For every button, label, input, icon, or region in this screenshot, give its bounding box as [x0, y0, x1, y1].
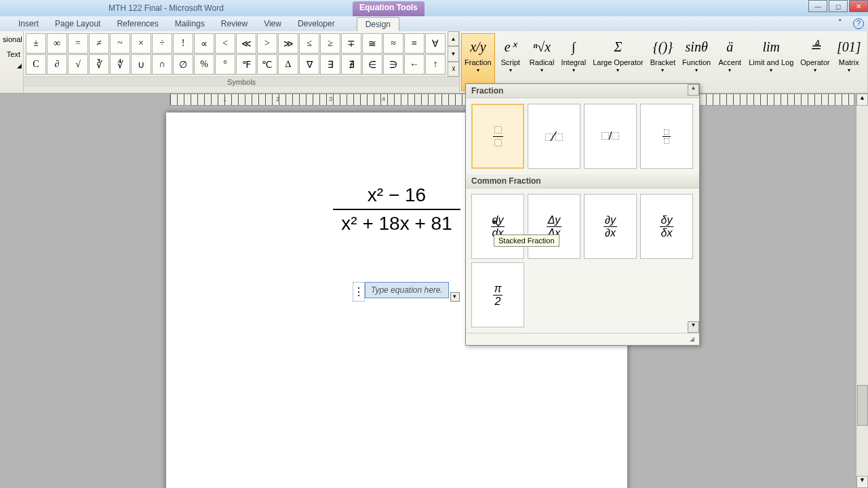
- common-fraction-item[interactable]: ΔyΔx: [528, 194, 580, 259]
- symbol-button[interactable]: ∇: [299, 54, 319, 75]
- symbol-button[interactable]: ∈: [362, 54, 382, 75]
- matrix-button[interactable]: [01]Matrix▾: [833, 33, 865, 91]
- integral-button[interactable]: ∫Integral▾: [557, 33, 589, 91]
- function-button[interactable]: sinθFunction▾: [679, 33, 714, 91]
- radical-button[interactable]: ⁿ√xRadical▾: [526, 33, 558, 91]
- symbol-button[interactable]: ≅: [362, 33, 382, 54]
- symbols-scroll-down-icon[interactable]: ▼: [448, 46, 459, 61]
- limit-and-log-button[interactable]: limLimit and Log▾: [745, 33, 797, 91]
- symbol-button[interactable]: <: [215, 33, 235, 54]
- bracket-icon: {()}: [653, 35, 673, 58]
- tab-review[interactable]: Review: [213, 17, 256, 30]
- symbols-scroll[interactable]: ▲ ▼ ⊻: [448, 31, 459, 77]
- symbol-button[interactable]: ×: [131, 33, 151, 54]
- symbol-button[interactable]: ∞: [47, 33, 67, 54]
- symbol-button[interactable]: ℃: [257, 54, 277, 75]
- symbol-button[interactable]: ←: [404, 54, 425, 75]
- symbol-button[interactable]: ≈: [383, 33, 403, 54]
- operator-icon: ≜: [810, 35, 821, 58]
- gallery-header-fraction: Fraction ▲: [466, 84, 699, 98]
- linear-fraction-item[interactable]: /: [584, 104, 637, 169]
- equation-options-dropdown[interactable]: ▾: [450, 292, 460, 302]
- minimize-ribbon-icon[interactable]: ˄: [838, 18, 849, 29]
- tab-insert[interactable]: Insert: [10, 17, 47, 30]
- symbol-button[interactable]: ∃: [320, 54, 340, 75]
- vertical-scrollbar[interactable]: ▲ ▼: [856, 94, 868, 488]
- symbol-button[interactable]: ∋: [383, 54, 403, 75]
- equation-tools-context-tab[interactable]: Equation Tools: [353, 1, 425, 16]
- equation-placeholder[interactable]: ⋮Type equation here.▾: [353, 282, 460, 302]
- dialog-launcher-icon[interactable]: ◢: [0, 62, 23, 69]
- stacked-fraction-item[interactable]: [471, 104, 524, 169]
- symbols-scroll-up-icon[interactable]: ▲: [448, 31, 459, 46]
- gallery-scroll-down-icon[interactable]: ▼: [688, 321, 699, 333]
- symbol-button[interactable]: ∀: [425, 33, 446, 54]
- maximize-button[interactable]: ◻: [829, 0, 848, 12]
- symbol-button[interactable]: ∆: [278, 54, 298, 75]
- symbol-button[interactable]: ≥: [320, 33, 340, 54]
- symbol-button[interactable]: ∂: [47, 54, 67, 75]
- common-fraction-item[interactable]: ∂y∂x: [584, 194, 637, 259]
- large-operator-icon: Σ: [614, 35, 623, 58]
- symbol-button[interactable]: ≠: [89, 33, 109, 54]
- symbol-button[interactable]: ∓: [341, 33, 361, 54]
- tab-mailings[interactable]: Mailings: [167, 17, 213, 30]
- symbol-button[interactable]: ≤: [299, 33, 319, 54]
- symbol-button[interactable]: ÷: [152, 33, 172, 54]
- symbol-button[interactable]: ∜: [110, 54, 130, 75]
- symbol-button[interactable]: ≫: [278, 33, 298, 54]
- gallery-resize-handle[interactable]: ◢: [690, 336, 699, 345]
- bracket-button[interactable]: {()}Bracket▾: [647, 33, 679, 91]
- symbols-more-icon[interactable]: ⊻: [448, 62, 459, 77]
- professional-button[interactable]: sional: [1, 34, 22, 45]
- tab-page-layout[interactable]: Page Layout: [47, 17, 108, 30]
- common-fraction-item[interactable]: dydx: [471, 194, 524, 259]
- large-operator-button[interactable]: ΣLarge Operator▾: [589, 33, 647, 91]
- symbol-button[interactable]: ∪: [131, 54, 151, 75]
- linear-text-button[interactable]: Text: [1, 49, 22, 60]
- accent-button[interactable]: äAccent▾: [714, 33, 745, 91]
- small-fraction-item[interactable]: [640, 104, 693, 169]
- symbols-grid: ±∞=≠~×÷!∝<≪>≫≤≥∓≅≈≡∀C∂√∛∜∪∩∅%°℉℃∆∇∃∄∈∋←↑: [24, 31, 448, 77]
- script-button[interactable]: eˣScript▾: [495, 33, 526, 91]
- symbol-button[interactable]: ℉: [236, 54, 256, 75]
- minimize-button[interactable]: —: [808, 0, 827, 12]
- symbol-button[interactable]: %: [194, 54, 214, 75]
- close-button[interactable]: ✕: [849, 0, 868, 12]
- symbol-button[interactable]: ∝: [194, 33, 214, 54]
- tab-view[interactable]: View: [256, 17, 290, 30]
- fraction-button[interactable]: x/yFraction▾: [461, 33, 495, 91]
- common-fraction-item[interactable]: π2: [471, 262, 524, 327]
- common-fraction-item[interactable]: δyδx: [640, 194, 693, 259]
- operator-button[interactable]: ≜Operator▾: [797, 33, 833, 91]
- symbol-button[interactable]: ±: [26, 33, 46, 54]
- gallery-scroll-up-icon[interactable]: ▲: [688, 84, 699, 96]
- symbol-button[interactable]: >: [257, 33, 277, 54]
- script-icon: eˣ: [505, 35, 517, 58]
- symbol-button[interactable]: ∅: [173, 54, 193, 75]
- tab-references[interactable]: References: [108, 17, 166, 30]
- symbol-button[interactable]: √: [68, 54, 88, 75]
- scroll-thumb[interactable]: [857, 385, 868, 426]
- scroll-up-button[interactable]: ▲: [856, 94, 868, 106]
- scroll-down-button[interactable]: ▼: [856, 476, 868, 488]
- dropdown-arrow-icon: ▾: [509, 67, 512, 73]
- symbol-button[interactable]: ≪: [236, 33, 256, 54]
- symbol-button[interactable]: =: [68, 33, 88, 54]
- symbol-button[interactable]: !: [173, 33, 193, 54]
- symbol-button[interactable]: ↑: [425, 54, 446, 75]
- symbol-button[interactable]: ~: [110, 33, 130, 54]
- help-icon[interactable]: ?: [853, 18, 864, 29]
- symbol-button[interactable]: C: [26, 54, 46, 75]
- symbol-button[interactable]: ∩: [152, 54, 172, 75]
- equation-input[interactable]: Type equation here.: [365, 282, 449, 298]
- symbol-button[interactable]: °: [215, 54, 235, 75]
- symbol-button[interactable]: ∄: [341, 54, 361, 75]
- symbol-button[interactable]: ∛: [89, 54, 109, 75]
- symbol-button[interactable]: ≡: [404, 33, 425, 54]
- dropdown-arrow-icon: ▾: [770, 67, 772, 73]
- tab-developer[interactable]: Developer: [290, 17, 343, 30]
- tab-design[interactable]: Design: [357, 17, 399, 31]
- skewed-fraction-item[interactable]: ∕: [528, 104, 580, 169]
- title-bar: MTH 122 Final - Microsoft Word Equation …: [0, 0, 868, 16]
